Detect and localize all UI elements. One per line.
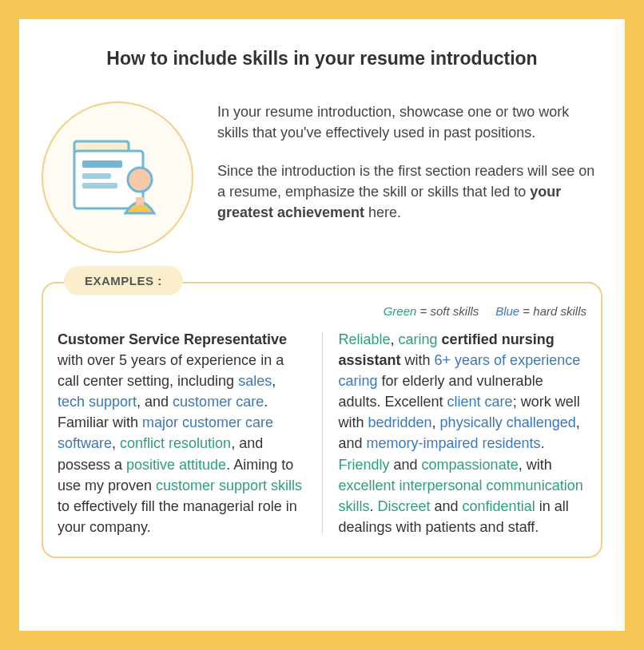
legend-blue: Blue	[495, 304, 519, 318]
skill-memory-impaired: memory-impaired residents	[367, 435, 541, 451]
t: with	[401, 352, 435, 368]
skill-sales: sales	[238, 373, 272, 389]
t: ,	[432, 414, 440, 430]
t: .	[370, 498, 378, 514]
skill-friendly: Friendly	[339, 457, 390, 473]
t: , and	[137, 394, 173, 410]
intro-paragraph-1: In your resume introduction, showcase on…	[217, 101, 602, 143]
skill-caring: caring	[399, 331, 438, 347]
legend-green-eq: = soft skills	[416, 304, 479, 318]
svg-rect-3	[82, 173, 111, 179]
legend-blue-eq: = hard skills	[519, 304, 586, 318]
t: ,	[391, 331, 399, 347]
t: and	[431, 498, 463, 514]
t: ,	[112, 435, 120, 451]
page-title: How to include skills in your resume int…	[42, 48, 602, 69]
legend: Green = soft skills Blue = hard skills	[58, 304, 586, 318]
intro-text: In your resume introduction, showcase on…	[217, 101, 602, 240]
t: , with	[519, 457, 552, 473]
skill-client-care: client care	[447, 394, 513, 410]
skill-discreet: Discreet	[378, 498, 431, 514]
intro-paragraph-2: Since the introduction is the first sect…	[217, 161, 602, 223]
examples-label: EXAMPLES :	[64, 266, 183, 295]
t: and	[390, 457, 422, 473]
t: to effectively fill the managerial role …	[58, 498, 297, 535]
skill-positive-attitude: positive attitude	[126, 457, 226, 473]
intro-row: In your resume introduction, showcase on…	[42, 101, 602, 253]
example-columns: Customer Service Representative with ove…	[58, 329, 586, 537]
left-title: Customer Service Representative	[58, 331, 287, 347]
example-right: Reliable, caring certified nursing assis…	[339, 329, 587, 537]
skill-customer-care: customer care	[173, 394, 264, 410]
t: .	[541, 435, 545, 451]
svg-point-5	[128, 168, 152, 192]
intro-p2-b: here.	[364, 204, 401, 220]
skill-bedridden: bedridden	[368, 414, 432, 430]
legend-green: Green	[384, 304, 417, 318]
svg-rect-4	[82, 183, 117, 188]
skill-conflict-resolution: conflict resolution	[120, 435, 231, 451]
svg-rect-6	[136, 197, 144, 205]
skill-compassionate: compassionate	[422, 457, 519, 473]
skill-reliable: Reliable	[339, 331, 391, 347]
example-left: Customer Service Representative with ove…	[58, 329, 306, 537]
card: How to include skills in your resume int…	[19, 19, 625, 631]
skill-physically-challenged: physically challenged	[440, 414, 576, 430]
skill-tech-support: tech support	[58, 394, 137, 410]
profile-document-icon	[42, 101, 193, 253]
examples-box: EXAMPLES : Green = soft skills Blue = ha…	[42, 282, 602, 558]
t: ,	[272, 373, 276, 389]
skill-customer-support: customer support skills	[156, 478, 302, 493]
svg-rect-2	[82, 161, 122, 168]
skill-confidential: confidential	[463, 498, 535, 514]
column-divider	[322, 332, 323, 534]
